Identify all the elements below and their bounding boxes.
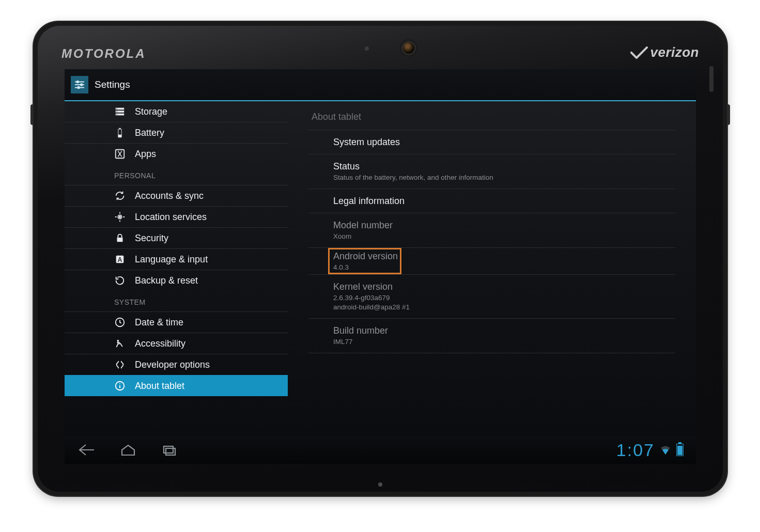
status-area[interactable]: 1:07 (616, 440, 684, 460)
about-item-sub: Xoom (333, 232, 675, 241)
lock-icon (114, 232, 126, 244)
svg-rect-26 (164, 446, 173, 453)
battery-status-icon (676, 444, 684, 456)
sidebar-item-label: Accounts & sync (135, 191, 204, 201)
svg-point-25 (119, 383, 120, 384)
settings-sidebar: Storage Battery Apps PERSONAL (65, 101, 288, 437)
about-item-label: System updates (333, 136, 675, 148)
nav-buttons (73, 441, 183, 459)
sidebar-item-developer[interactable]: Developer options (65, 354, 288, 375)
info-icon (114, 380, 126, 392)
home-dot (378, 482, 382, 487)
accessibility-icon (114, 338, 126, 349)
sidebar-category-system: SYSTEM (65, 291, 288, 311)
svg-rect-18 (117, 238, 123, 242)
sidebar-item-accounts-sync[interactable]: Accounts & sync (65, 185, 288, 206)
about-item-kernel[interactable]: Kernel version 2.6.39.4-gf03a679 android… (308, 274, 675, 318)
sidebar-item-about-tablet[interactable]: About tablet (65, 375, 288, 396)
sidebar-item-label: Developer options (135, 359, 210, 370)
sidebar-item-label: Apps (135, 149, 156, 160)
sidebar-item-location[interactable]: Location services (65, 206, 288, 227)
sidebar-item-label: Battery (135, 128, 164, 138)
about-item-system-updates[interactable]: System updates (308, 130, 675, 154)
svg-point-5 (77, 87, 80, 89)
storage-icon (114, 106, 126, 117)
about-tablet-title: About tablet (308, 112, 675, 130)
svg-rect-9 (117, 108, 117, 109)
about-item-model[interactable]: Model number Xoom (308, 213, 675, 247)
about-item-label: Legal information (333, 195, 675, 207)
sidebar-item-label: Backup & reset (135, 275, 198, 286)
about-item-status[interactable]: Status Status of the battery, network, a… (308, 154, 675, 189)
tablet-frame: MOTOROLA verizon Settings (34, 22, 727, 496)
sidebar-item-accessibility[interactable]: Accessibility (65, 333, 288, 354)
about-item-label: Status (333, 161, 675, 172)
home-button[interactable] (114, 441, 142, 459)
brand-verizon: verizon (630, 44, 699, 60)
sidebar-item-language[interactable]: A Language & input (65, 248, 288, 270)
screen: Settings Storage Battery (65, 69, 696, 464)
sidebar-item-date-time[interactable]: Date & time (65, 311, 288, 333)
front-camera (403, 42, 414, 54)
about-item-label: Android version (333, 251, 401, 262)
language-icon: A (114, 254, 126, 265)
svg-rect-14 (118, 130, 121, 135)
speaker-grill (709, 66, 714, 92)
location-icon (114, 211, 126, 223)
svg-rect-13 (119, 128, 121, 129)
svg-point-17 (119, 216, 121, 218)
developer-icon (114, 359, 126, 370)
back-button[interactable] (73, 441, 101, 459)
settings-title: Settings (95, 79, 130, 90)
sidebar-item-apps[interactable]: Apps (65, 143, 288, 164)
svg-point-1 (77, 81, 79, 83)
about-item-build[interactable]: Build number IML77 (308, 318, 675, 353)
svg-point-3 (81, 84, 83, 86)
about-item-legal[interactable]: Legal information (308, 189, 675, 213)
clock-icon (114, 317, 126, 328)
apps-icon (114, 148, 126, 160)
sidebar-item-security[interactable]: Security (65, 227, 288, 248)
settings-header: Settings (65, 69, 696, 101)
sidebar-item-label: About tablet (135, 381, 184, 392)
svg-rect-27 (166, 448, 175, 455)
settings-body: Storage Battery Apps PERSONAL (65, 101, 696, 437)
side-button-left (30, 104, 34, 125)
sidebar-item-label: Accessibility (135, 338, 185, 349)
clock-time: 1:07 (616, 440, 655, 460)
about-item-label: Kernel version (333, 281, 675, 292)
sidebar-item-label: Security (135, 233, 168, 244)
sidebar-category-personal: PERSONAL (65, 164, 288, 185)
settings-icon (71, 76, 88, 93)
about-item-android-version[interactable]: Android version 4.0.3 (328, 248, 401, 274)
sidebar-item-label: Date & time (135, 317, 183, 328)
wifi-icon (660, 445, 671, 455)
svg-rect-11 (117, 114, 117, 115)
side-button-right (727, 104, 730, 125)
battery-icon (114, 127, 126, 138)
recents-button[interactable] (156, 441, 183, 459)
system-bar: 1:07 (65, 436, 696, 464)
about-item-label: Build number (333, 325, 675, 336)
sidebar-item-label: Location services (135, 212, 207, 223)
sidebar-item-storage[interactable]: Storage (65, 101, 288, 122)
brand-motorola: MOTOROLA (61, 46, 146, 61)
svg-text:A: A (118, 256, 122, 263)
sidebar-item-label: Storage (135, 106, 167, 117)
about-tablet-pane: About tablet System updates Status Statu… (288, 101, 696, 437)
svg-rect-10 (117, 112, 117, 112)
sidebar-item-battery[interactable]: Battery (65, 122, 288, 143)
about-item-sub: IML77 (333, 337, 675, 347)
verizon-check-icon (630, 46, 648, 59)
about-item-sub: 4.0.3 (333, 263, 401, 272)
about-item-sub: Status of the battery, network, and othe… (333, 173, 675, 182)
sidebar-item-label: Language & input (135, 254, 208, 265)
sidebar-item-backup[interactable]: Backup & reset (65, 270, 288, 291)
about-item-label: Model number (333, 220, 675, 231)
about-item-sub: 2.6.39.4-gf03a679 android-build@apa28 #1 (333, 293, 675, 312)
backup-icon (114, 275, 126, 286)
sync-icon (114, 190, 126, 201)
sensor-dot (365, 46, 369, 51)
